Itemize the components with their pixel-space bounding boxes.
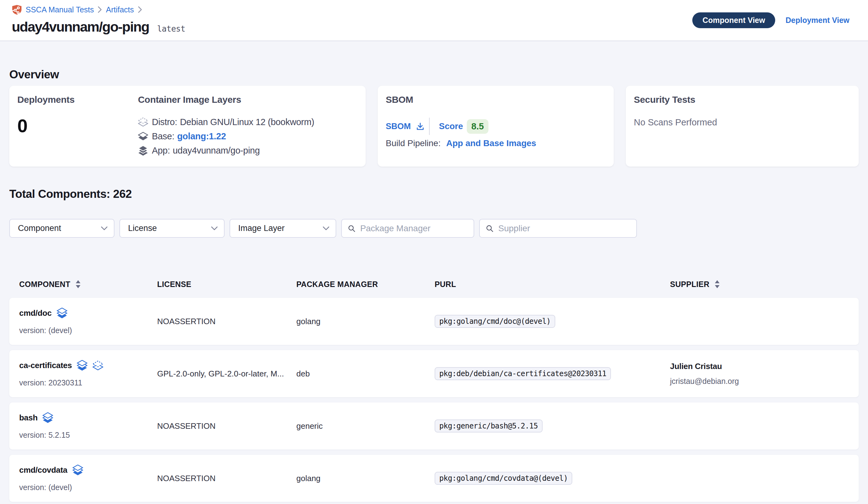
build-pipeline-link[interactable]: App and Base Images	[446, 138, 536, 148]
total-components-heading: Total Components: 262	[9, 167, 859, 201]
components-table-body: cmd/doc version: (devel) NOASSERTION gol…	[9, 298, 859, 502]
component-name: cmd/covdata	[19, 465, 68, 475]
table-row[interactable]: bash version: 5.2.15 NOASSERTION generic…	[9, 402, 859, 450]
component-cell: ca-certificates version: 20230311	[19, 360, 157, 387]
app-layer-blue-icon	[72, 465, 83, 475]
security-tests-card: Security Tests No Scans Performed	[626, 86, 859, 167]
supplier-email: jcristau@debian.org	[670, 377, 849, 386]
deployment-view-link[interactable]: Deployment View	[785, 16, 849, 25]
component-cell: cmd/covdata version: (devel)	[19, 465, 157, 492]
chevron-down-icon	[211, 226, 218, 231]
component-version: version: (devel)	[19, 483, 157, 492]
view-toggle: Component View Deployment View	[692, 12, 849, 28]
column-header-label: LICENSE	[157, 280, 191, 289]
image-layer-filter-dropdown[interactable]: Image Layer	[229, 219, 336, 238]
layer-row-base: Base: golang:1.22	[138, 131, 314, 141]
chevron-down-icon	[323, 226, 329, 231]
security-tests-status: No Scans Performed	[634, 117, 851, 128]
package-manager-search-input[interactable]	[360, 223, 469, 233]
package-manager-search	[341, 219, 474, 238]
score-badge: 8.5	[467, 119, 488, 134]
purl-value: pkg:golang/cmd/covdata@(devel)	[435, 472, 572, 485]
ssca-shield-logo-icon	[12, 4, 22, 15]
app-layer-icon	[138, 145, 148, 156]
search-icon	[348, 224, 355, 232]
package-manager-cell: golang	[296, 474, 435, 483]
page-header: SSCA Manual Tests Artifacts uday4vunnam/…	[0, 0, 868, 41]
vertical-divider	[429, 118, 430, 135]
breadcrumb-link-artifacts[interactable]: Artifacts	[106, 5, 134, 14]
column-header-license: LICENSE	[157, 280, 296, 289]
purl-cell: pkg:generic/bash@5.2.15	[435, 420, 670, 433]
purl-value: pkg:generic/bash@5.2.15	[435, 420, 542, 433]
base-image-link[interactable]: golang:1.22	[177, 131, 226, 141]
build-pipeline-label: Build Pipeline:	[386, 138, 441, 148]
table-header-row: COMPONENT LICENSE PACKAGE MANAGER PURL S…	[9, 274, 859, 294]
column-header-label: PURL	[435, 280, 456, 289]
breadcrumb: SSCA Manual Tests Artifacts	[12, 4, 185, 15]
table-row[interactable]: cmd/covdata version: (devel) NOASSERTION…	[9, 455, 859, 502]
column-header-purl: PURL	[435, 280, 670, 289]
table-row[interactable]: ca-certificates version: 20230311 GPL-2.…	[9, 350, 859, 397]
layer-label: Distro:	[152, 117, 177, 127]
license-filter-dropdown[interactable]: License	[120, 219, 225, 238]
column-header-package-manager: PACKAGE MANAGER	[296, 280, 435, 289]
sort-icon[interactable]	[75, 280, 81, 288]
component-version: version: 5.2.15	[19, 431, 157, 440]
security-tests-title: Security Tests	[634, 94, 851, 105]
container-image-layers-title: Container Image Layers	[138, 94, 314, 105]
sort-icon[interactable]	[715, 280, 720, 288]
component-name: bash	[19, 413, 38, 423]
dropdown-label: Component	[18, 223, 61, 233]
dropdown-label: Image Layer	[238, 223, 285, 233]
purl-value: pkg:golang/cmd/doc@(devel)	[435, 315, 555, 328]
component-cell: cmd/doc version: (devel)	[19, 308, 157, 335]
layer-label: App:	[152, 145, 170, 156]
supplier-search	[479, 219, 637, 238]
breadcrumb-link-ssca-manual-tests[interactable]: SSCA Manual Tests	[26, 5, 94, 14]
layer-label: Base:	[152, 131, 175, 141]
header-left: SSCA Manual Tests Artifacts uday4vunnam/…	[12, 4, 185, 41]
column-header-label: PACKAGE MANAGER	[296, 280, 378, 289]
license-cell: NOASSERTION	[157, 421, 296, 431]
sbom-card: SBOM SBOM Score 8.5 Build Pipeline: App …	[378, 86, 614, 167]
distro-layer-icon	[138, 117, 148, 127]
app-layer-blue-icon	[56, 308, 68, 319]
table-row[interactable]: cmd/doc version: (devel) NOASSERTION gol…	[9, 298, 859, 345]
sbom-download-link[interactable]: SBOM	[386, 122, 424, 131]
column-header-component[interactable]: COMPONENT	[19, 280, 157, 289]
breadcrumb-separator-icon	[97, 6, 102, 13]
column-header-supplier[interactable]: SUPPLIER	[670, 280, 859, 289]
purl-cell: pkg:golang/cmd/doc@(devel)	[435, 315, 670, 328]
main-content: Overview Deployments 0 Container Image L…	[0, 41, 868, 502]
title-row: uday4vunnam/go-ping latest	[12, 19, 185, 35]
package-manager-cell: golang	[296, 317, 435, 326]
app-layer-blue-icon	[77, 360, 87, 371]
component-name: cmd/doc	[19, 308, 52, 318]
sbom-title: SBOM	[386, 94, 606, 105]
layer-value: uday4vunnam/go-ping	[173, 145, 259, 156]
purl-cell: pkg:golang/cmd/covdata@(devel)	[435, 472, 670, 485]
supplier-search-input[interactable]	[498, 223, 631, 233]
license-cell: GPL-2.0-only, GPL-2.0-or-later, M...	[157, 369, 296, 379]
license-cell: NOASSERTION	[157, 317, 296, 326]
component-version: version: 20230311	[19, 378, 157, 387]
component-version: version: (devel)	[19, 326, 157, 335]
sbom-download-label: SBOM	[386, 122, 411, 131]
app-layer-blue-icon	[42, 412, 53, 423]
chevron-down-icon	[101, 226, 108, 231]
page-title: uday4vunnam/go-ping	[12, 19, 149, 35]
download-icon	[416, 122, 424, 130]
dropdown-label: License	[128, 223, 157, 233]
distro-layer-blue-icon	[93, 360, 103, 371]
search-icon	[486, 224, 493, 232]
purl-value: pkg:deb/debian/ca-certificates@20230311	[435, 367, 611, 380]
package-manager-cell: generic	[296, 421, 435, 431]
component-view-button[interactable]: Component View	[692, 12, 775, 28]
base-layer-icon	[138, 131, 148, 141]
component-filter-dropdown[interactable]: Component	[9, 219, 114, 238]
component-name: ca-certificates	[19, 361, 72, 370]
component-cell: bash version: 5.2.15	[19, 412, 157, 440]
filters-row: Component License Image Layer	[9, 219, 859, 238]
artifact-tag: latest	[157, 24, 185, 33]
